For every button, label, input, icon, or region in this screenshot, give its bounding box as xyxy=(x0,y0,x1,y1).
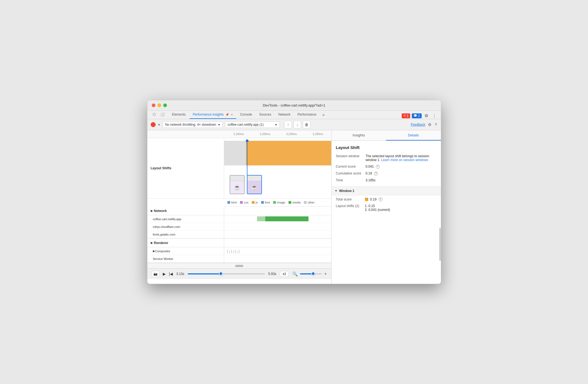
phone-screen-before: ☕ xyxy=(230,181,244,194)
throttle-arrow-icon: ▼ xyxy=(218,123,221,126)
error-badge[interactable]: ✕ 1 xyxy=(402,113,410,118)
network-row-1[interactable]: coffee-cart.netlify.app xyxy=(147,215,331,223)
html-dot xyxy=(227,201,230,204)
panel-scrollbar-thumb[interactable] xyxy=(439,228,441,261)
download-button[interactable]: ↓ xyxy=(293,121,301,128)
compositor-ticks xyxy=(226,248,329,253)
phone-thumb-before[interactable]: ☕ xyxy=(230,175,245,194)
bottom-bar: 📷 ▶ |◀ 3.13s 5.93s x1 🔍 + xyxy=(147,268,331,279)
layout-shifts-detail-value: 1. 0.15 2. 0.041 (current) xyxy=(365,204,436,212)
tab-elements[interactable]: Elements xyxy=(169,111,189,119)
layout-shifts-detail-label: Layout shifts (2) xyxy=(336,204,361,212)
skip-button[interactable]: |◀ xyxy=(169,272,173,276)
tab-performance[interactable]: Performance xyxy=(294,111,320,119)
compositor-row[interactable]: ▶ Compositor xyxy=(147,247,331,255)
scroll-thumb[interactable] xyxy=(235,265,243,267)
legend-media: media xyxy=(289,201,301,204)
net-bar-container-1 xyxy=(226,216,329,221)
layout-shifts-content[interactable]: ☕ ☕ xyxy=(224,138,331,198)
tab-details[interactable]: Details xyxy=(386,130,441,141)
play-button[interactable]: ▶ xyxy=(163,272,166,276)
timeline-slider[interactable] xyxy=(188,273,265,274)
zoom-in-icon[interactable]: + xyxy=(324,271,327,276)
renderer-header-left: ▶ Renderer xyxy=(147,239,224,247)
renderer-section: ▶ Renderer ▶ Compositor xyxy=(147,239,331,263)
timeline-handle[interactable] xyxy=(219,272,223,276)
feedback-button[interactable]: Feedback xyxy=(411,123,425,127)
total-score-value: 0.19 ? xyxy=(365,197,436,202)
network-bar-2 xyxy=(224,223,331,230)
maximize-button[interactable] xyxy=(163,104,167,107)
network-row-3[interactable]: fonts.gstatic.com xyxy=(147,231,331,238)
zoom-slider[interactable] xyxy=(300,273,322,274)
error-icon: ✕ xyxy=(403,114,406,118)
traffic-lights xyxy=(152,104,167,107)
cumulative-score-label: Cumulative score xyxy=(336,171,361,176)
close-button[interactable] xyxy=(152,104,155,107)
time-mark-1: 3,160ms xyxy=(226,133,252,136)
renderer-expand-icon[interactable]: ▶ xyxy=(151,241,153,244)
help-button[interactable]: ? xyxy=(434,122,438,127)
screenshot-button[interactable]: 📷 xyxy=(152,271,159,277)
toolbar2: ▼ No network throttling, 4× slowdown ▼ c… xyxy=(147,119,441,130)
panel-content: Layout Shift Session window The selected… xyxy=(332,141,441,283)
net-bar-waiting xyxy=(257,216,265,221)
window-details: Total score 0.19 ? Layout shifts (2) 1. … xyxy=(336,197,436,212)
media-dot xyxy=(289,201,291,204)
service-worker-row[interactable]: Service Worker xyxy=(147,255,331,263)
window-expand-icon[interactable]: ▼ xyxy=(335,189,338,192)
current-score-value: 0.041 ? xyxy=(366,165,436,169)
settings-icon[interactable]: ⚙ xyxy=(423,113,429,119)
network-header-left: ▶ Network xyxy=(147,207,224,215)
inspect-icon[interactable]: ⬡ xyxy=(151,111,158,118)
minimize-button[interactable] xyxy=(158,104,161,107)
time-value: 3.185s xyxy=(366,178,436,182)
cumulative-score-help-icon[interactable]: ? xyxy=(374,172,378,176)
tab-insights[interactable]: Insights xyxy=(332,130,386,141)
record-button[interactable] xyxy=(151,122,156,127)
tick-2 xyxy=(229,251,230,253)
tab-sources[interactable]: Sources xyxy=(256,111,275,119)
url-dropdown[interactable]: coffee-cart.netlify.app (1) ▼ xyxy=(225,121,280,128)
right-panel: Insights Details Layout Shift Session wi… xyxy=(331,130,441,284)
upload-button[interactable]: ↑ xyxy=(284,121,292,128)
delete-button[interactable]: 🗑 xyxy=(303,121,310,128)
tab-console[interactable]: Console xyxy=(237,111,255,119)
tab-performance-insights[interactable]: Performance insights 📌 ✕ xyxy=(190,111,236,119)
throttle-dropdown[interactable]: No network throttling, 4× slowdown ▼ xyxy=(162,121,223,128)
more-tabs-button[interactable]: » xyxy=(320,111,327,119)
title-bar: DevTools - coffee-cart.netlify.app/?ad=1 xyxy=(147,100,441,111)
window-section: ▼ Window 1 Total score 0.19 ? xyxy=(336,187,436,212)
current-score-help-icon[interactable]: ? xyxy=(376,165,380,169)
phone-icon-after: ☕ xyxy=(251,184,258,191)
learn-more-link[interactable]: Learn more on session windows xyxy=(381,158,428,162)
panel-section-title: Layout Shift xyxy=(336,145,436,150)
network-expand-icon[interactable]: ▶ xyxy=(151,209,153,212)
gray-bar xyxy=(224,141,247,165)
scroll-area[interactable] xyxy=(147,263,331,268)
zoom-controls: 🔍 + xyxy=(292,271,327,277)
window-info-grid: Total score 0.19 ? Layout shifts (2) 1. … xyxy=(336,197,436,212)
settings-button[interactable]: ⚙ xyxy=(427,122,432,127)
speed-button[interactable]: x1 xyxy=(279,271,289,277)
tab-close-icon[interactable]: ✕ xyxy=(231,113,233,116)
compositor-expand-icon[interactable]: ▶ xyxy=(153,250,155,253)
message-badge[interactable]: 💬 1 xyxy=(412,113,422,118)
zoom-handle[interactable] xyxy=(311,272,315,276)
time-mark-3: 3,240ms xyxy=(278,133,305,136)
compositor-label: ▶ Compositor xyxy=(147,247,224,255)
legend-js: js xyxy=(252,201,258,204)
renderer-header: ▶ Renderer xyxy=(147,239,331,247)
network-url-1: coffee-cart.netlify.app xyxy=(147,215,224,223)
device-icon[interactable]: ⬜ xyxy=(159,111,166,118)
current-score-label: Current score xyxy=(336,165,361,169)
zoom-out-icon[interactable]: 🔍 xyxy=(292,271,298,277)
tab-network[interactable]: Network xyxy=(275,111,294,119)
tick-1 xyxy=(227,250,228,253)
total-score-help-icon[interactable]: ? xyxy=(379,197,383,201)
more-options-icon[interactable]: ⋮ xyxy=(431,113,438,119)
phone-thumb-after[interactable]: ☕ xyxy=(247,175,262,194)
marker-dot xyxy=(246,139,249,142)
record-arrow[interactable]: ▼ xyxy=(158,123,161,126)
network-row-2[interactable]: cdnjs.cloudflare.com xyxy=(147,223,331,231)
